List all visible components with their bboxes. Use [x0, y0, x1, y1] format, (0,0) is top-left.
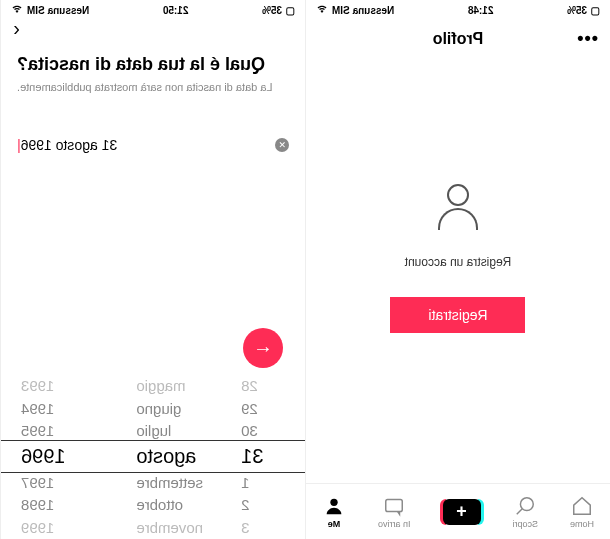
more-icon[interactable]: •••: [576, 28, 598, 49]
status-time: 21:50: [163, 5, 189, 16]
wheel-item[interactable]: 29: [221, 397, 305, 420]
wheel-item[interactable]: 1997: [1, 471, 116, 494]
home-icon: [570, 494, 594, 518]
nav-discover[interactable]: Scopri: [513, 494, 539, 529]
nav-label: In arrivo: [378, 519, 411, 529]
nav-inbox[interactable]: In arrivo: [378, 494, 411, 529]
svg-point-0: [521, 498, 534, 511]
wheel-item[interactable]: 1996: [1, 442, 116, 470]
status-time: 21:48: [468, 5, 494, 16]
nav-create[interactable]: +: [443, 499, 481, 525]
battery-text: 35%: [262, 5, 282, 16]
next-fab-button[interactable]: ←: [243, 328, 283, 368]
wheel-item[interactable]: 1995: [1, 420, 116, 443]
nav-label: Scopri: [513, 519, 539, 529]
carrier-text: Nessuna SIM: [332, 5, 394, 16]
profile-header: ••• Profilo: [306, 20, 610, 57]
status-bar: ▢ 35% 21:50 Nessuna SIM: [1, 0, 305, 20]
date-input[interactable]: ✕ 31 agosto 1996|: [17, 137, 289, 157]
wheel-item[interactable]: giugno: [116, 397, 221, 420]
battery-text: 35%: [567, 5, 587, 16]
page-title: Profilo: [433, 30, 484, 48]
wheel-item[interactable]: 1998: [1, 494, 116, 517]
wheel-item[interactable]: 1: [221, 471, 305, 494]
wheel-year-column[interactable]: 1993 1994 1995 1996 1997 1998 1999: [1, 374, 116, 539]
wheel-day-column[interactable]: 28 29 30 31 1 2 3: [221, 374, 305, 539]
birthday-subtitle: La data di nascita non sarà mostrata pub…: [17, 81, 289, 93]
birthday-screen: ▢ 35% 21:50 Nessuna SIM › Qual é la tua …: [0, 0, 305, 539]
wheel-item[interactable]: 31: [221, 442, 305, 470]
register-prompt: Registra un account: [405, 255, 512, 269]
inbox-icon: [382, 494, 406, 518]
wheel-item[interactable]: ottobre: [116, 494, 221, 517]
arrow-left-icon: ←: [253, 337, 273, 360]
register-button[interactable]: Registrati: [391, 297, 526, 333]
wheel-item[interactable]: 1993: [1, 374, 116, 397]
clear-icon[interactable]: ✕: [275, 138, 289, 152]
wheel-item[interactable]: 30: [221, 420, 305, 443]
birthday-content: Qual é la tua data di nascita? La data d…: [1, 36, 305, 157]
nav-me[interactable]: Me: [322, 494, 346, 529]
date-value: 31 agosto 1996|: [17, 137, 275, 153]
wheel-item[interactable]: 1994: [1, 397, 116, 420]
svg-point-3: [330, 499, 337, 506]
profile-screen: ▢ 35% 21:48 Nessuna SIM ••• Profilo Regi…: [305, 0, 610, 539]
carrier-text: Nessuna SIM: [27, 5, 89, 16]
wheel-item[interactable]: 3: [221, 516, 305, 539]
status-bar: ▢ 35% 21:48 Nessuna SIM: [306, 0, 610, 20]
wheel-item[interactable]: agosto: [116, 442, 221, 470]
bottom-nav: Home Scopri + In arrivo Me: [306, 483, 610, 539]
nav-label: Me: [328, 519, 341, 529]
nav-label: Home: [570, 519, 594, 529]
back-chevron-icon[interactable]: ›: [13, 17, 20, 40]
battery-icon: ▢: [591, 5, 600, 16]
wheel-item[interactable]: luglio: [116, 420, 221, 443]
wifi-icon: [316, 3, 328, 17]
wheel-item[interactable]: 2: [221, 494, 305, 517]
search-icon: [513, 494, 537, 518]
battery-icon: ▢: [286, 5, 295, 16]
wheel-item[interactable]: 1999: [1, 516, 116, 539]
nav-home[interactable]: Home: [570, 494, 594, 529]
wheel-month-column[interactable]: maggio giugno luglio agosto settembre ot…: [116, 374, 221, 539]
wheel-item[interactable]: maggio: [116, 374, 221, 397]
wheel-item[interactable]: 28: [221, 374, 305, 397]
birthday-header: ›: [1, 20, 305, 36]
wifi-icon: [11, 3, 23, 17]
wheel-item[interactable]: novembre: [116, 516, 221, 539]
person-icon: [322, 494, 346, 518]
wheel-item[interactable]: settembre: [116, 471, 221, 494]
avatar-placeholder-icon: [428, 177, 488, 237]
svg-line-1: [517, 509, 523, 515]
profile-content: Registra un account Registrati: [306, 57, 610, 483]
plus-icon: +: [443, 499, 481, 525]
date-picker-wheel[interactable]: 28 29 30 31 1 2 3 maggio giugno luglio a…: [1, 374, 305, 539]
birthday-title: Qual é la tua data di nascita?: [17, 54, 289, 75]
svg-rect-2: [386, 500, 403, 512]
